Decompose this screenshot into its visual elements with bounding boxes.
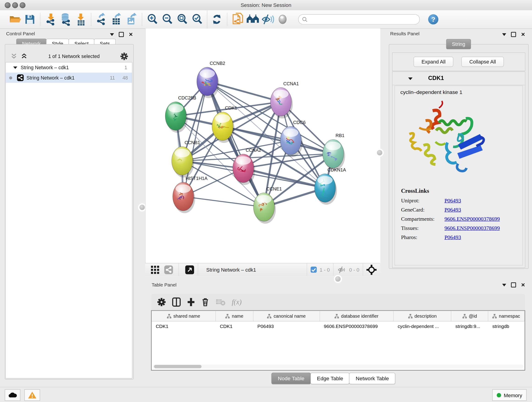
tab-edge-table[interactable]: Edge Table (310, 373, 350, 384)
network-node-ccnb1[interactable] (172, 147, 194, 178)
add-column-icon[interactable] (187, 297, 195, 307)
column-header-canonical-name[interactable]: canonical name (253, 311, 320, 321)
collapse-all-chevrons-icon[interactable] (10, 53, 18, 60)
column-header-name[interactable]: name (216, 311, 253, 321)
column-header-database-identifier[interactable]: database identifier (320, 311, 394, 321)
control-panel-close-icon[interactable]: ✕ (129, 32, 133, 36)
search-field[interactable] (298, 14, 420, 24)
zoom-in-button[interactable] (145, 12, 160, 27)
column-header-shared-name[interactable]: shared name (152, 311, 216, 321)
network-node-ccna2[interactable] (233, 154, 255, 185)
results-panel-float-icon[interactable] (511, 32, 516, 37)
status-bar: Memory (0, 387, 532, 402)
refresh-icon (211, 13, 223, 26)
crosslink-link[interactable]: P06493 (444, 198, 461, 204)
svg-text:?: ? (431, 16, 435, 23)
memory-button[interactable]: Memory (492, 389, 526, 401)
refresh-button[interactable] (209, 12, 224, 27)
table-settings-gear-icon[interactable] (157, 298, 166, 307)
column-header-namespac[interactable]: namespac (488, 311, 525, 321)
table-hscrollbar-thumb[interactable] (154, 365, 201, 368)
save-session-button[interactable] (22, 12, 37, 27)
network-tree-root-row[interactable]: String Network – cdk1 1 (6, 62, 132, 72)
warnings-button[interactable] (25, 389, 40, 401)
layouts-home-button[interactable] (245, 12, 260, 27)
network-canvas[interactable]: CCNB2CCNA1CDC25BCDK1CDC6RB1CCNB1CCNA2CDK… (145, 28, 380, 263)
minimize-window-button[interactable] (12, 2, 18, 8)
zoom-selected-button[interactable] (190, 12, 205, 27)
column-header-description[interactable]: description (394, 311, 451, 321)
search-input[interactable] (307, 16, 416, 22)
node-label-cdc6: CDC6 (293, 120, 305, 125)
results-panel-close-icon[interactable]: ✕ (521, 32, 525, 36)
results-panel-menu-icon[interactable] (502, 33, 506, 36)
network-node-ccne1[interactable] (253, 193, 276, 224)
left-splitter-handle[interactable] (139, 205, 145, 210)
grid-view-icon[interactable] (151, 265, 160, 274)
cell-canonical-name[interactable]: P06493 (253, 321, 320, 332)
table-panel-close-icon[interactable]: ✕ (521, 283, 525, 287)
cell-name[interactable]: CDK1 (216, 321, 253, 332)
network-node-cdc6[interactable] (280, 126, 303, 157)
export-network-button[interactable] (94, 12, 109, 27)
zoom-window-button[interactable] (20, 2, 25, 8)
render-detail-button[interactable] (275, 12, 290, 27)
stringapp-button[interactable] (230, 12, 245, 27)
cloud-button[interactable] (5, 389, 20, 401)
control-panel-title: Control Panel (6, 31, 35, 37)
selected-checkbox-icon[interactable] (310, 266, 317, 273)
string-view-icon[interactable] (164, 265, 173, 274)
zoom-out-button[interactable] (160, 12, 175, 27)
expand-all-button[interactable]: Expand All (414, 57, 453, 67)
control-panel-menu-icon[interactable] (110, 33, 114, 36)
tree-expander-icon[interactable] (13, 66, 17, 69)
table-panel-title: Table Panel (152, 282, 177, 288)
network-node-rb1[interactable] (323, 140, 345, 171)
protein-name: CDK1 (428, 75, 444, 82)
import-network-database-button[interactable] (58, 12, 73, 27)
crosslink-link[interactable]: P06493 (444, 234, 461, 240)
network-node-hist1h1a[interactable] (173, 182, 195, 213)
node-table[interactable]: shared namenamecanonical namedatabase id… (151, 310, 525, 371)
crosslink-link[interactable]: P06493 (444, 207, 461, 213)
help-button[interactable]: ? (426, 12, 441, 27)
cell-namespac[interactable]: stringdb (488, 321, 525, 332)
export-image-button[interactable] (124, 12, 139, 27)
network-node-cdkn1a[interactable] (315, 174, 337, 205)
node-label-ccne1: CCNE1 (266, 186, 282, 191)
collapse-all-button[interactable]: Collapse All (462, 57, 504, 67)
pan-crosshair-icon[interactable] (366, 264, 376, 274)
control-panel-float-icon[interactable] (119, 32, 124, 37)
cell-database-identifier[interactable]: 9606.ENSP00000378699 (320, 321, 394, 332)
network-options-gear-icon[interactable] (120, 52, 128, 61)
crosslink-row: Uniprot:P06493 (401, 198, 520, 204)
import-table-button[interactable] (73, 12, 88, 27)
tab-node-table[interactable]: Node Table (272, 373, 311, 384)
cell-shared-name[interactable]: CDK1 (152, 321, 216, 332)
close-window-button[interactable] (5, 2, 11, 8)
network-node-ccnb2[interactable] (197, 67, 219, 98)
show-columns-icon[interactable] (172, 297, 181, 307)
protein-collapse-icon[interactable] (408, 77, 412, 80)
cell-description[interactable]: cyclin-dependent ... (394, 321, 451, 332)
birdseye-view-icon[interactable] (185, 265, 194, 274)
crosslink-link[interactable]: 9606.ENSP00000378699 (444, 225, 500, 231)
import-network-file-button[interactable] (44, 12, 58, 27)
node-label-ccna2: CCNA2 (246, 148, 261, 153)
hide-graphics-details-button[interactable] (260, 12, 275, 27)
table-row[interactable]: CDK1CDK1P064939606.ENSP00000378699cyclin… (152, 321, 525, 332)
tab-string[interactable]: String (446, 39, 471, 49)
export-table-button[interactable] (109, 12, 124, 27)
tab-network-table[interactable]: Network Table (349, 373, 395, 384)
right-splitter-handle[interactable] (377, 150, 382, 156)
crosslink-link[interactable]: 9606.ENSP00000378699 (444, 216, 500, 222)
column-header--id[interactable]: @id (451, 311, 488, 321)
table-panel-menu-icon[interactable] (502, 283, 506, 286)
cell--id[interactable]: stringdb:9... (451, 321, 488, 332)
network-tree-child-row[interactable]: String Network – cdk1 11 48 (6, 73, 132, 83)
open-session-button[interactable] (7, 12, 22, 27)
table-panel-float-icon[interactable] (511, 282, 516, 287)
delete-column-icon[interactable] (201, 297, 209, 307)
expand-all-chevrons-icon[interactable] (20, 53, 28, 60)
zoom-fit-button[interactable] (175, 12, 190, 27)
